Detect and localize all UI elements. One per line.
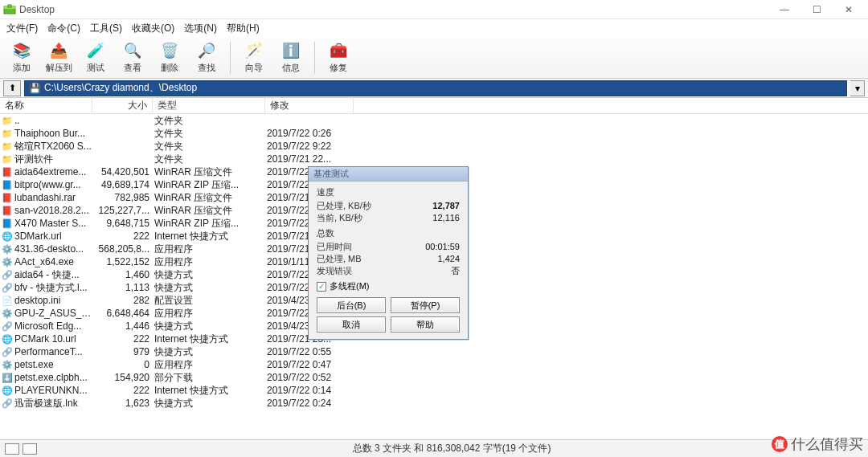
toolbar-repair-button[interactable]: 🧰 修复 [321, 39, 355, 77]
file-type: 应用程序 [154, 255, 267, 269]
rar-icon: 📕 [2, 192, 13, 203]
file-type: 应用程序 [154, 307, 267, 320]
col-modified[interactable]: 修改 [265, 98, 354, 113]
toolbar-delete-button[interactable]: 🗑️ 删除 [153, 39, 186, 77]
file-type: 快捷方式 [154, 397, 267, 410]
path-dropdown-button[interactable]: ▾ [850, 80, 865, 96]
file-type: Internet 快捷方式 [154, 230, 267, 243]
zip-icon: 📘 [2, 179, 13, 190]
close-button[interactable]: ✕ [833, 0, 865, 19]
file-type: Internet 快捷方式 [154, 333, 267, 346]
file-type: 应用程序 [154, 243, 267, 256]
file-type: WinRAR 压缩文件 [154, 165, 267, 179]
toolbar-repair-label: 修复 [330, 62, 347, 74]
file-row[interactable]: 🔗迅雷极速版.lnk1,623快捷方式2019/7/22 0:24 [0, 397, 868, 410]
file-name: 迅雷极速版.lnk [14, 397, 94, 410]
col-name[interactable]: 名称 [0, 98, 92, 113]
part-icon: ⬇️ [2, 372, 13, 383]
window-title: Desktop [19, 4, 55, 15]
file-row[interactable]: ⬇️petst.exe.clpbh...154,920部分下载2019/7/22… [0, 371, 868, 384]
file-name: bitpro(www.gr... [14, 179, 94, 190]
dialog-cancel-button[interactable]: 取消 [317, 316, 386, 333]
folder-icon: 📁 [2, 128, 13, 139]
lnk-icon: 🔗 [2, 269, 13, 280]
extract-icon: 📤 [49, 41, 68, 60]
menu-help[interactable]: 帮助(H) [227, 22, 260, 35]
toolbar-wizard-button[interactable]: 🪄 向导 [237, 39, 271, 77]
menu-tools[interactable]: 工具(S) [90, 22, 122, 35]
file-name: 评测软件 [14, 153, 94, 166]
dialog-elapsed-value: 00:01:59 [425, 241, 460, 253]
rar-icon: 📕 [2, 205, 13, 216]
lnk-icon: 🔗 [2, 320, 13, 332]
dialog-help-button[interactable]: 帮助 [391, 316, 460, 333]
lnk-icon: 🔗 [2, 346, 13, 357]
toolbar-view-label: 查看 [124, 62, 141, 74]
file-size: 222 [94, 385, 154, 396]
dialog-elapsed-label: 已用时间 [317, 241, 352, 253]
file-row[interactable]: 📁评测软件文件夹2019/7/21 22... [0, 153, 868, 165]
path-box[interactable]: 💾 C:\Users\Crazy diamond、\Desktop [24, 80, 847, 96]
dialog-errors-label: 发现错误 [317, 265, 352, 277]
file-name: GPU-Z_ASUS_R... [14, 308, 94, 319]
toolbar-separator [314, 42, 315, 74]
file-name: PCMark 10.url [14, 333, 94, 345]
toolbar-add-button[interactable]: 📚 添加 [5, 39, 39, 77]
file-modified: 2019/7/22 0:26 [267, 128, 355, 139]
url-icon: 🌐 [2, 231, 13, 242]
file-name: PLAYERUNKN... [14, 385, 94, 396]
file-row[interactable]: 🔗PerformanceT...979快捷方式2019/7/22 0:55 [0, 345, 868, 358]
folder-icon: 📁 [2, 141, 13, 152]
file-modified: 2019/7/21 22... [267, 153, 355, 165]
toolbar-view-button[interactable]: 🔍 查看 [116, 39, 149, 77]
file-name: 3DMark.url [14, 231, 94, 242]
file-row[interactable]: 📁Thaiphoon Bur...文件夹2019/7/22 0:26 [0, 127, 868, 140]
file-size: 1,446 [94, 320, 154, 332]
toolbar-info-label: 信息 [282, 62, 300, 74]
url-icon: 🌐 [2, 385, 13, 396]
status-slot [5, 443, 19, 455]
exe-icon: ⚙️ [2, 256, 13, 267]
file-type: 文件夹 [154, 127, 267, 141]
dialog-pause-button[interactable]: 暂停(P) [391, 297, 460, 313]
file-size: 1,113 [94, 282, 154, 293]
menu-file[interactable]: 文件(F) [6, 22, 38, 35]
file-type: 配置设置 [154, 294, 267, 308]
file-row[interactable]: 🌐PLAYERUNKN...222Internet 快捷方式2019/7/22 … [0, 384, 868, 397]
dialog-multithread-checkbox[interactable]: ✓ 多线程(M) [317, 280, 460, 292]
minimize-button[interactable]: — [768, 0, 800, 19]
toolbar-wizard-label: 向导 [245, 62, 263, 74]
toolbar-test-button[interactable]: 🧪 测试 [79, 39, 113, 77]
toolbar-info-button[interactable]: ℹ️ 信息 [274, 39, 308, 77]
books-add-icon: 📚 [12, 41, 31, 60]
file-name: Thaiphoon Bur... [14, 128, 94, 139]
file-name: lubandashi.rar [14, 192, 94, 203]
menu-options[interactable]: 选项(N) [184, 22, 217, 35]
col-size[interactable]: 大小 [92, 98, 153, 113]
toolbar-extract-label: 解压到 [46, 62, 72, 74]
menu-command[interactable]: 命令(C) [47, 22, 80, 35]
up-button[interactable]: ⬆ [3, 80, 21, 96]
maximize-button[interactable]: ☐ [800, 0, 833, 19]
file-size: 54,420,501 [94, 166, 154, 177]
file-type: WinRAR 压缩文件 [154, 204, 267, 218]
toolbar-find-button[interactable]: 🔎 查找 [190, 39, 223, 77]
file-row[interactable]: ⚙️petst.exe0应用程序2019/7/22 0:47 [0, 358, 868, 371]
file-type: WinRAR ZIP 压缩... [154, 217, 267, 231]
view-icon: 🔍 [123, 41, 142, 60]
menu-favorites[interactable]: 收藏夹(O) [132, 22, 174, 35]
dialog-background-button[interactable]: 后台(B) [317, 297, 386, 313]
file-name: petst.exe.clpbh... [14, 372, 94, 383]
col-type[interactable]: 类型 [153, 98, 265, 113]
info-icon: ℹ️ [281, 41, 301, 60]
file-row[interactable]: 📁..文件夹 [0, 114, 868, 127]
address-bar: ⬆ 💾 C:\Users\Crazy diamond、\Desktop ▾ [0, 79, 868, 98]
lnk-icon: 🔗 [2, 398, 13, 409]
toolbar-extract-button[interactable]: 📤 解压到 [42, 39, 76, 77]
dialog-title[interactable]: 基准测试 [309, 167, 468, 182]
file-row[interactable]: 📁铭瑄RTX2060 S...文件夹2019/7/22 9:22 [0, 140, 868, 153]
file-type: 文件夹 [154, 114, 267, 128]
rar-icon: 📕 [2, 166, 13, 177]
checkbox-checked-icon: ✓ [317, 282, 326, 292]
file-type: 文件夹 [154, 140, 267, 153]
